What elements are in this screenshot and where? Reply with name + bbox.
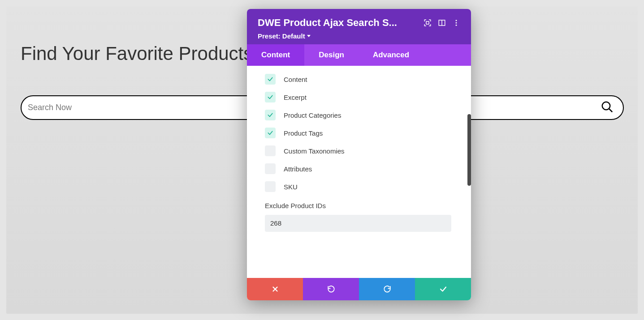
- svg-point-5: [456, 20, 457, 21]
- checkbox[interactable]: [265, 128, 276, 138]
- save-button[interactable]: [415, 278, 471, 300]
- tab-content[interactable]: Content: [247, 44, 304, 66]
- search-option-row: Custom Taxonomies: [265, 145, 460, 156]
- svg-line-1: [609, 108, 613, 112]
- scrollbar-thumb[interactable]: [467, 114, 471, 186]
- search-option-label: Custom Taxonomies: [284, 147, 345, 155]
- columns-icon[interactable]: [438, 19, 446, 27]
- cancel-button[interactable]: [247, 278, 303, 300]
- undo-button[interactable]: [303, 278, 359, 300]
- checkbox[interactable]: [265, 110, 276, 120]
- preset-prefix: Preset:: [258, 32, 281, 40]
- modal-title: DWE Product Ajax Search S...: [258, 17, 417, 29]
- checkbox[interactable]: [265, 181, 276, 192]
- search-option-label: Excerpt: [284, 94, 307, 101]
- search-option-row: SKU: [265, 181, 460, 192]
- tab-design[interactable]: Design: [304, 44, 359, 66]
- preset-selector[interactable]: Preset: Default: [258, 32, 460, 40]
- more-icon[interactable]: [452, 19, 460, 27]
- search-option-label: Attributes: [284, 165, 312, 173]
- search-option-row: Excerpt: [265, 92, 460, 102]
- modal-header[interactable]: DWE Product Ajax Search S...: [247, 9, 471, 44]
- search-option-label: Content: [284, 76, 307, 83]
- svg-rect-2: [426, 21, 429, 24]
- redo-button[interactable]: [359, 278, 415, 300]
- svg-point-6: [456, 22, 457, 24]
- search-option-row: Product Categories: [265, 110, 460, 120]
- checkbox[interactable]: [265, 74, 276, 85]
- tab-advanced[interactable]: Advanced: [359, 44, 424, 66]
- exclude-ids-label: Exclude Product IDs: [265, 202, 460, 209]
- search-option-label: Product Tags: [284, 129, 323, 137]
- svg-point-7: [456, 25, 457, 26]
- modal-tabs: Content Design Advanced: [247, 44, 471, 66]
- page-title: Find Your Favorite Products: [21, 43, 253, 64]
- expand-icon[interactable]: [424, 19, 432, 27]
- settings-modal: DWE Product Ajax Search S...: [247, 9, 471, 300]
- preset-name: Default: [282, 32, 305, 40]
- svg-point-0: [602, 102, 610, 110]
- search-option-row: Product Tags: [265, 128, 460, 138]
- search-option-label: Product Categories: [284, 111, 341, 119]
- modal-footer: [247, 278, 471, 300]
- exclude-ids-input[interactable]: [270, 219, 446, 227]
- search-option-row: Content: [265, 74, 460, 85]
- search-option-row: Attributes: [265, 163, 460, 174]
- checkbox[interactable]: [265, 163, 276, 174]
- search-icon[interactable]: [601, 100, 614, 115]
- exclude-ids-field-wrap[interactable]: [265, 215, 451, 232]
- checkbox[interactable]: [265, 145, 276, 156]
- chevron-down-icon: [307, 35, 311, 37]
- search-option-label: SKU: [284, 183, 298, 191]
- modal-body: ContentExcerptProduct CategoriesProduct …: [247, 66, 471, 278]
- checkbox[interactable]: [265, 92, 276, 102]
